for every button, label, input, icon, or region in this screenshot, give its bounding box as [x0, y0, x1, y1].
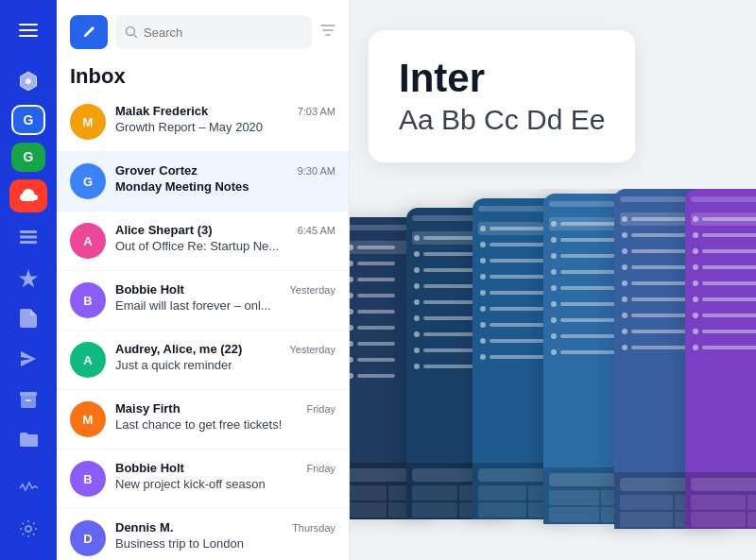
email-subject: Just a quick reminder	[115, 358, 335, 372]
email-subject: Growth Report – May 2020	[115, 120, 335, 134]
email-sender: Malak Frederick	[115, 104, 208, 118]
email-sender: Dennis M.	[115, 520, 173, 535]
email-content: Grover Cortez 9:30 AM Monday Meeting Not…	[115, 163, 335, 194]
email-subject: Last chance to get free tickets!	[115, 417, 335, 432]
inbox-title: Inbox	[57, 57, 349, 93]
document-icon[interactable]	[9, 301, 47, 334]
email-time: Friday	[306, 403, 335, 415]
email-header	[57, 0, 349, 57]
hamburger-button[interactable]	[11, 15, 45, 45]
send-icon[interactable]	[9, 342, 47, 375]
theme-panels	[350, 189, 756, 560]
email-content: Alice Shepart (3) 6:45 AM Out of Office …	[115, 223, 335, 253]
filter-icon[interactable]	[319, 22, 336, 42]
email-subject: Monday Meeting Notes	[115, 179, 335, 194]
avatar: B	[70, 461, 106, 497]
email-subject: Out of Office Re: Startup Ne...	[115, 239, 335, 253]
email-list-item[interactable]: M Maisy Firth Friday Last chance to get …	[57, 390, 349, 450]
inbox-stack-icon[interactable]	[9, 220, 47, 253]
email-time: 9:30 AM	[298, 165, 335, 177]
email-time: Yesterday	[289, 284, 335, 296]
email-content: Audrey, Alice, me (22) Yesterday Just a …	[115, 342, 335, 372]
email-list: M Malak Frederick 7:03 AM Growth Report …	[57, 93, 349, 560]
account-avatar-1[interactable]: G	[11, 105, 45, 135]
svg-rect-5	[26, 399, 31, 401]
email-list-item[interactable]: A Alice Shepart (3) 6:45 AM Out of Offic…	[57, 212, 349, 271]
email-time: Friday	[306, 463, 335, 474]
svg-point-7	[127, 27, 135, 36]
email-content: Dennis M. Thursday Business trip to Lond…	[115, 520, 335, 551]
nav-sidebar: G G	[0, 0, 57, 560]
font-card: Inter Aa Bb Cc Dd Ee	[369, 30, 635, 162]
avatar: M	[70, 104, 106, 140]
email-sender: Bobbie Holt	[115, 461, 184, 475]
cloud-icon[interactable]	[9, 179, 47, 212]
avatar: G	[70, 163, 106, 199]
email-list-item[interactable]: D Dennis M. Thursday Business trip to Lo…	[57, 509, 349, 560]
activity-icon[interactable]	[9, 471, 47, 504]
svg-point-0	[26, 78, 31, 84]
theme-panel-6[interactable]	[685, 189, 756, 529]
avatar: M	[70, 401, 106, 437]
email-sender: Audrey, Alice, me (22)	[115, 342, 242, 356]
email-time: 7:03 AM	[298, 106, 335, 117]
email-list-item[interactable]: G Grover Cortez 9:30 AM Monday Meeting N…	[57, 152, 349, 212]
email-sender: Maisy Firth	[115, 401, 180, 416]
email-content: Maisy Firth Friday Last chance to get fr…	[115, 401, 335, 432]
compose-button[interactable]	[70, 15, 108, 49]
font-sample: Aa Bb Cc Dd Ee	[399, 104, 605, 136]
email-time: 6:45 AM	[298, 225, 335, 236]
starred-icon[interactable]	[9, 261, 47, 294]
settings-icon[interactable]	[9, 512, 47, 545]
email-sender: Bobbie Holt	[115, 282, 184, 297]
font-name: Inter	[399, 57, 605, 100]
avatar: A	[70, 342, 106, 378]
svg-point-6	[26, 526, 31, 532]
svg-rect-4	[20, 392, 37, 396]
email-content: Bobbie Holt Friday New project kick-off …	[115, 461, 335, 491]
avatar: A	[70, 223, 106, 259]
search-bar[interactable]	[115, 15, 312, 49]
svg-rect-1	[20, 230, 37, 233]
email-time: Thursday	[292, 522, 335, 534]
email-panel: Inbox M Malak Frederick 7:03 AM Growth R…	[57, 0, 350, 560]
email-content: Malak Frederick 7:03 AM Growth Report – …	[115, 104, 335, 134]
archive-icon[interactable]	[9, 382, 47, 416]
email-subject: Email will last forever – onl...	[115, 298, 335, 313]
email-subject: Business trip to London	[115, 536, 335, 551]
svg-rect-3	[20, 241, 37, 244]
app-icon[interactable]	[9, 64, 47, 97]
avatar: D	[70, 520, 106, 556]
email-time: Yesterday	[289, 344, 335, 355]
email-sender: Grover Cortez	[115, 163, 198, 178]
account-avatar-2[interactable]: G	[11, 143, 45, 173]
email-subject: New project kick-off season	[115, 477, 335, 491]
email-list-item[interactable]: A Audrey, Alice, me (22) Yesterday Just …	[57, 331, 349, 390]
email-list-item[interactable]: M Malak Frederick 7:03 AM Growth Report …	[57, 93, 349, 152]
folder-icon[interactable]	[9, 423, 47, 456]
svg-rect-2	[20, 235, 37, 238]
email-sender: Alice Shepart (3)	[115, 223, 213, 237]
right-area: Inter Aa Bb Cc Dd Ee	[350, 0, 756, 560]
avatar: B	[70, 282, 106, 318]
email-content: Bobbie Holt Yesterday Email will last fo…	[115, 282, 335, 313]
email-list-item[interactable]: B Bobbie Holt Friday New project kick-of…	[57, 450, 349, 509]
search-input[interactable]	[144, 25, 302, 40]
email-list-item[interactable]: B Bobbie Holt Yesterday Email will last …	[57, 271, 349, 331]
